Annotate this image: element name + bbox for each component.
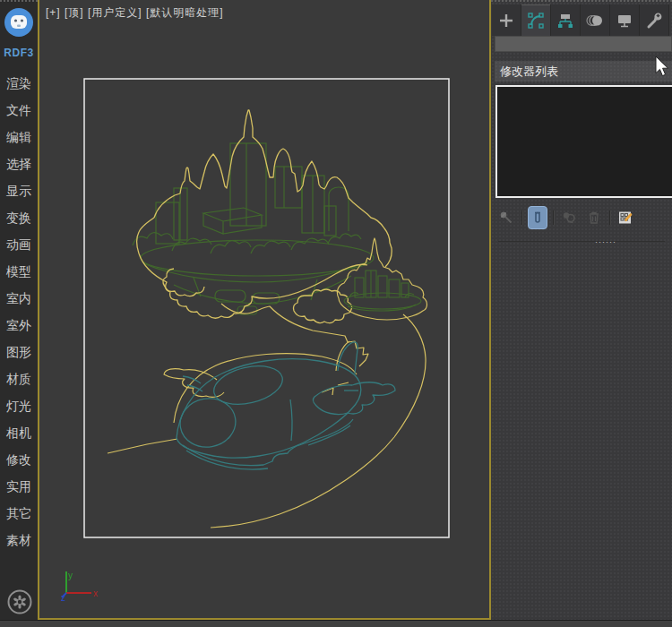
sidebar-item-select[interactable]: 选择 xyxy=(0,150,38,177)
trash-icon xyxy=(586,210,602,226)
sidebar-item-modify[interactable]: 修改 xyxy=(0,446,38,473)
flying-car xyxy=(164,341,395,469)
tab-motion[interactable] xyxy=(581,4,610,36)
sidebar-item-transform[interactable]: 变换 xyxy=(0,204,38,231)
modifier-stack-list[interactable] xyxy=(495,85,672,198)
sidebar-item-shapes[interactable]: 图形 xyxy=(0,339,38,365)
tab-modify[interactable] xyxy=(521,4,551,36)
sidebar-item-utility[interactable]: 实用 xyxy=(0,473,38,500)
splitter-dots: ······ xyxy=(595,239,616,245)
sidebar-item-assets[interactable]: 素材 xyxy=(0,527,38,554)
hierarchy-icon xyxy=(556,12,574,30)
viewport-wireframe-drawing: y x z xyxy=(39,0,489,616)
command-panel-tabs xyxy=(492,4,669,36)
app-logo[interactable] xyxy=(4,7,34,38)
tab-display[interactable] xyxy=(610,4,640,36)
sidebar-item-display[interactable]: 显示 xyxy=(0,177,38,204)
axis-z-label: z xyxy=(61,593,65,603)
settings-gear-button[interactable] xyxy=(6,588,33,615)
left-sidebar: RDF3 渲染 文件 编辑 选择 显示 变换 动画 模型 室内 室外 图形 材质… xyxy=(0,0,38,620)
pin-stack-icon xyxy=(498,210,514,226)
robot-face-logo-icon xyxy=(4,7,34,38)
sidebar-item-model[interactable]: 模型 xyxy=(0,258,38,285)
modifier-list-dropdown[interactable]: 修改器列表 xyxy=(495,61,672,82)
object-name-input[interactable] xyxy=(495,36,672,52)
pin-stack-button[interactable] xyxy=(496,206,516,229)
application-window: RDF3 渲染 文件 编辑 选择 显示 变换 动画 模型 室内 室外 图形 材质… xyxy=(0,0,672,627)
bottom-status-strip xyxy=(0,620,672,627)
show-end-result-icon xyxy=(530,210,546,226)
axis-gizmo: y x z xyxy=(61,571,98,603)
viewport-label[interactable]: [+] [顶] [用户定义] [默认明暗处理] xyxy=(46,5,224,21)
main-viewport[interactable]: [+] [顶] [用户定义] [默认明暗处理] xyxy=(38,0,491,620)
plus-create-icon xyxy=(497,12,515,30)
modifier-stack-toolbar xyxy=(496,204,635,231)
motion-icon xyxy=(586,12,604,30)
show-end-result-button[interactable] xyxy=(528,206,547,229)
toolbar-separator xyxy=(609,210,610,225)
gear-asterisk-icon xyxy=(6,588,33,615)
sidebar-item-edit[interactable]: 编辑 xyxy=(0,124,38,150)
sidebar-item-render[interactable]: 渲染 xyxy=(0,70,38,97)
remove-modifier-button[interactable] xyxy=(584,206,604,229)
sidebar-menu: 渲染 文件 编辑 选择 显示 变换 动画 模型 室内 室外 图形 材质 灯光 相… xyxy=(0,70,38,554)
toolbar-separator xyxy=(521,210,522,225)
sidebar-item-lights[interactable]: 灯光 xyxy=(0,392,38,419)
configure-modifier-sets-icon xyxy=(617,210,633,226)
sidebar-item-camera[interactable]: 相机 xyxy=(0,419,38,446)
command-panel: 修改器列表 xyxy=(491,0,672,620)
rollout-splitter-handle[interactable]: ······ xyxy=(498,241,665,245)
axis-x-label: x xyxy=(93,588,98,598)
sidebar-item-exterior[interactable]: 室外 xyxy=(0,312,38,339)
sidebar-item-other[interactable]: 其它 xyxy=(0,500,38,527)
tab-create[interactable] xyxy=(492,4,521,36)
modify-icon xyxy=(527,12,545,30)
sidebar-item-animation[interactable]: 动画 xyxy=(0,231,38,258)
big-island-yellow-outline xyxy=(137,110,392,323)
sidebar-item-material[interactable]: 材质 xyxy=(0,365,38,392)
display-icon xyxy=(616,12,633,30)
toolbar-separator xyxy=(553,210,554,225)
axis-y-label: y xyxy=(68,571,73,580)
logo-text: RDF3 xyxy=(0,47,38,59)
make-unique-icon xyxy=(561,210,577,226)
tab-utilities[interactable] xyxy=(640,4,669,36)
make-unique-button[interactable] xyxy=(559,206,579,229)
configure-modifier-sets-button[interactable] xyxy=(616,206,635,229)
sidebar-item-interior[interactable]: 室内 xyxy=(0,285,38,312)
utilities-wrench-icon xyxy=(645,12,663,30)
sidebar-item-file[interactable]: 文件 xyxy=(0,97,38,124)
tab-hierarchy[interactable] xyxy=(551,4,581,36)
small-island-green-details xyxy=(344,271,421,311)
road-outline xyxy=(108,304,426,528)
